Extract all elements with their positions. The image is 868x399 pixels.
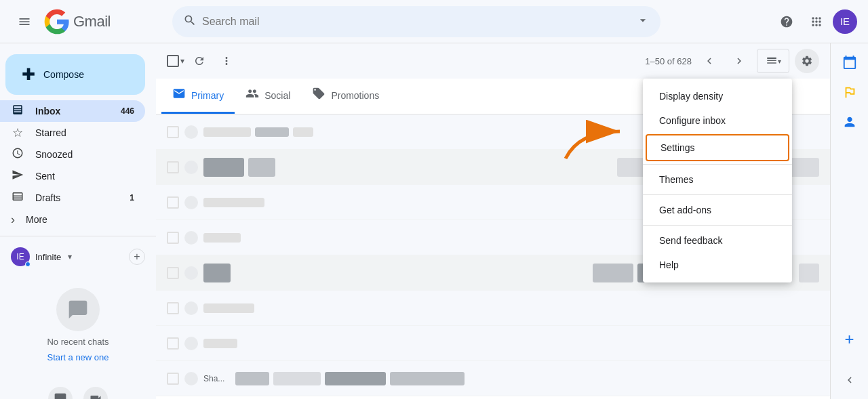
sidebar-item-drafts[interactable]: Drafts 1	[0, 187, 145, 209]
sent-icon	[11, 169, 24, 184]
start-new-chat-link[interactable]: Start a new one	[47, 352, 108, 362]
help-button[interactable]	[773, 8, 800, 35]
add-right-panel-button[interactable]: +	[836, 326, 863, 353]
row-checkbox[interactable]	[167, 196, 179, 209]
row-block2	[593, 264, 633, 282]
tab-social[interactable]: Social	[235, 79, 301, 114]
row-star[interactable]	[184, 231, 198, 245]
starred-label: Starred	[35, 127, 66, 138]
row-checkbox[interactable]	[167, 232, 179, 244]
row-checkbox[interactable]	[167, 267, 179, 279]
row-checkbox[interactable]	[167, 373, 179, 385]
drafts-icon	[11, 190, 24, 206]
dropdown-item-help[interactable]: Help	[643, 253, 792, 277]
sidebar-item-sent[interactable]: Sent	[0, 165, 145, 187]
sidebar-item-more[interactable]: › More	[0, 209, 145, 230]
sidebar-item-inbox[interactable]: Inbox 446	[0, 100, 145, 122]
refresh-button[interactable]	[187, 49, 212, 73]
row-checkbox[interactable]	[167, 161, 179, 173]
more-chevron-icon: ›	[11, 213, 15, 227]
row-content	[203, 303, 819, 313]
row-checkbox[interactable]	[167, 126, 179, 138]
previous-page-button[interactable]	[697, 49, 722, 73]
row-block2	[273, 372, 321, 385]
chat-icon[interactable]	[48, 387, 73, 399]
compose-plus-icon: ✚	[22, 65, 35, 84]
dropdown-item-themes[interactable]: Themes	[643, 167, 792, 192]
inbox-icon	[11, 104, 24, 119]
more-options-button[interactable]	[214, 49, 239, 73]
dropdown-item-settings[interactable]: Settings	[646, 134, 789, 161]
row-checkbox[interactable]	[167, 337, 179, 350]
row-block3	[325, 372, 386, 385]
tab-social-label: Social	[264, 90, 290, 101]
row-avatar-block	[203, 158, 244, 177]
tab-primary[interactable]: Primary	[161, 79, 235, 114]
menu-button[interactable]	[11, 8, 38, 35]
account-item[interactable]: IE Infinite ▾ +	[0, 242, 156, 272]
dropdown-divider-3	[643, 225, 792, 226]
row-star[interactable]	[184, 301, 198, 315]
next-page-button[interactable]	[727, 49, 751, 73]
calendar-icon[interactable]	[836, 49, 863, 76]
view-options-button[interactable]: ▾	[757, 49, 789, 73]
account-avatar: IE	[11, 247, 30, 266]
dropdown-divider-2	[643, 194, 792, 195]
search-icon	[183, 14, 197, 30]
expand-panel-button[interactable]	[836, 366, 863, 394]
drafts-badge: 1	[130, 193, 134, 203]
row-block3	[293, 127, 313, 137]
settings-button[interactable]	[795, 49, 819, 73]
dropdown-item-get-addons[interactable]: Get add-ons	[643, 198, 792, 222]
search-dropdown-icon[interactable]	[636, 14, 650, 30]
row-block4	[390, 372, 465, 385]
meet-icon[interactable]	[83, 387, 108, 399]
apps-button[interactable]	[803, 8, 830, 35]
row-sender-text: Sha...	[203, 374, 224, 383]
compose-label: Compose	[43, 69, 84, 80]
dropdown-item-configure-inbox[interactable]: Configure inbox	[643, 108, 792, 133]
snoozed-label: Snoozed	[35, 149, 73, 160]
tasks-icon[interactable]	[836, 79, 863, 106]
sidebar-item-snoozed[interactable]: Snoozed	[0, 144, 145, 165]
dropdown-item-display-density[interactable]: Display density	[643, 84, 792, 108]
account-avatar-button[interactable]: IE	[833, 9, 857, 34]
gmail-logo: Gmail	[43, 8, 111, 35]
row-checkbox[interactable]	[167, 302, 179, 314]
select-dropdown-icon[interactable]: ▾	[180, 56, 184, 66]
row-star[interactable]	[184, 266, 198, 280]
email-row[interactable]: Sha...	[156, 361, 830, 396]
right-panel: +	[830, 43, 868, 399]
topbar-right: IE	[773, 8, 857, 35]
chat-empty-icon	[56, 288, 100, 331]
email-row[interactable]	[156, 291, 830, 326]
row-star[interactable]	[184, 161, 198, 174]
social-tab-icon	[245, 87, 259, 104]
row-content	[203, 339, 819, 348]
row-star[interactable]	[184, 372, 198, 385]
sidebar-item-starred[interactable]: ☆ Starred	[0, 122, 145, 144]
sent-label: Sent	[35, 171, 55, 182]
row-sender	[203, 233, 241, 243]
tab-promotions[interactable]: Promotions	[301, 79, 390, 114]
search-input[interactable]	[202, 16, 631, 28]
no-recent-chats-text: No recent chats	[47, 337, 108, 347]
select-all-wrapper[interactable]: ▾	[167, 55, 184, 67]
row-block2	[255, 127, 289, 137]
dropdown-divider-1	[643, 164, 792, 165]
search-bar[interactable]	[172, 6, 660, 37]
dropdown-item-send-feedback[interactable]: Send feedback	[643, 228, 792, 253]
row-content	[235, 372, 819, 385]
contacts-icon[interactable]	[836, 108, 863, 135]
select-all-checkbox[interactable]	[167, 55, 179, 67]
row-star[interactable]	[184, 196, 198, 209]
compose-button[interactable]: ✚ Compose	[5, 54, 145, 95]
toolbar-left: ▾	[167, 49, 239, 73]
row-star[interactable]	[184, 125, 198, 139]
row-star[interactable]	[184, 337, 198, 350]
add-account-button[interactable]: +	[129, 249, 145, 265]
topbar: Gmail IE	[0, 0, 868, 43]
email-row[interactable]	[156, 326, 830, 361]
promotions-tab-icon	[312, 87, 326, 104]
sidebar-bottom	[0, 379, 156, 399]
